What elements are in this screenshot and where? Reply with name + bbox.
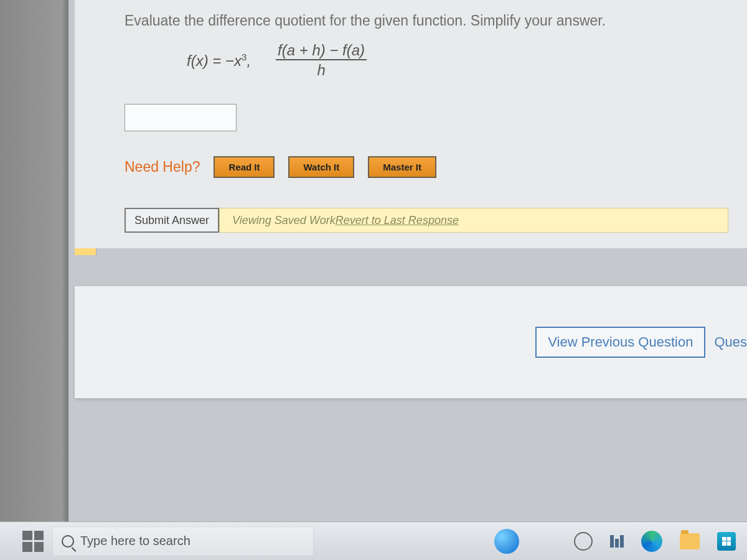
task-view-icon[interactable] (610, 535, 624, 548)
submit-row: Submit Answer Viewing Saved Work Revert … (125, 208, 728, 233)
math-expression: f(x) = −x3, f(a + h) − f(a) h (187, 42, 728, 79)
news-weather-icon[interactable] (494, 529, 519, 554)
saved-work-text: Viewing Saved Work (232, 214, 336, 227)
microsoft-store-icon[interactable] (717, 532, 736, 551)
question-prompt: Evaluate the difference quotient for the… (125, 12, 728, 29)
revert-link[interactable]: Revert to Last Response (336, 214, 459, 227)
taskbar-icons (494, 529, 742, 554)
file-explorer-icon[interactable] (680, 533, 700, 549)
watch-it-button[interactable]: Watch It (288, 156, 354, 178)
saved-work-banner: Viewing Saved Work Revert to Last Respon… (219, 208, 728, 233)
answer-input[interactable] (125, 104, 237, 131)
function-definition: f(x) = −x3, (187, 52, 251, 70)
start-button[interactable] (22, 531, 44, 552)
difference-quotient-fraction: f(a + h) − f(a) h (276, 42, 367, 79)
fraction-denominator: h (317, 60, 325, 79)
help-row: Need Help? Read It Watch It Master It (125, 156, 728, 178)
submit-answer-button[interactable]: Submit Answer (125, 208, 219, 233)
view-previous-question-button[interactable]: View Previous Question (535, 327, 705, 358)
read-it-button[interactable]: Read It (214, 156, 275, 178)
search-placeholder: Type here to search (80, 534, 190, 548)
master-it-button[interactable]: Master It (368, 156, 436, 178)
cortana-icon[interactable] (574, 532, 593, 551)
need-help-label: Need Help? (125, 159, 200, 175)
edge-icon[interactable] (641, 531, 662, 552)
fraction-numerator: f(a + h) − f(a) (276, 42, 367, 60)
windows-taskbar: Type here to search (0, 521, 747, 560)
question-card: Evaluate the difference quotient for the… (75, 0, 747, 248)
taskbar-search[interactable]: Type here to search (52, 526, 314, 556)
question-nav-card: View Previous Question Ques (75, 286, 747, 398)
monitor-bezel (0, 0, 68, 560)
search-icon (62, 535, 74, 548)
next-question-partial[interactable]: Ques (714, 334, 747, 350)
